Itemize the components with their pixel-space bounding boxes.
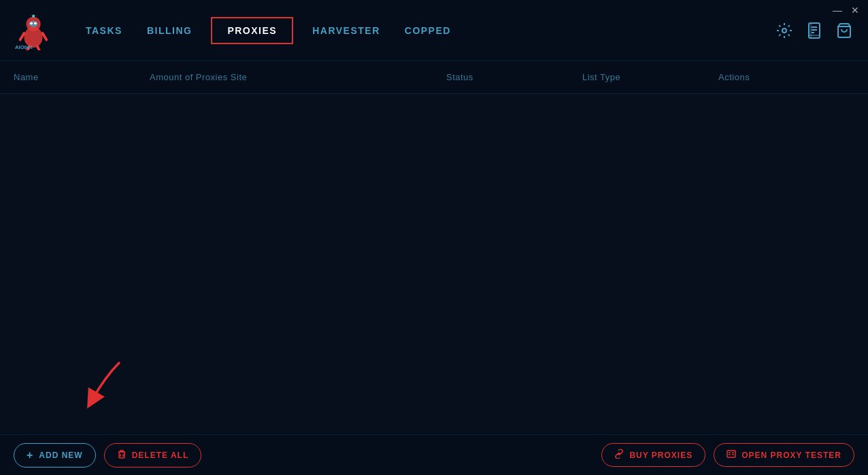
svg-point-2: [29, 20, 38, 27]
nav-billing[interactable]: BILLING: [141, 22, 198, 39]
svg-line-8: [37, 46, 40, 50]
nav-links: TASKS BILLING PROXIES HARVESTER COPPED: [80, 17, 456, 44]
col-name: Name: [14, 72, 150, 82]
logo[interactable]: AIObot: [14, 11, 53, 50]
link-icon: [614, 449, 624, 461]
proxy-tester-icon: [727, 449, 736, 461]
right-buttons: BUY PROXIES OPEN PROXY TESTER: [601, 443, 854, 467]
add-new-label: ADD NEW: [39, 451, 82, 460]
col-amount: Amount of Proxies Site: [150, 72, 446, 82]
table-header: Name Amount of Proxies Site Status List …: [0, 61, 868, 94]
nav-tasks[interactable]: TASKS: [80, 22, 128, 39]
cart-icon[interactable]: [834, 20, 854, 41]
nav-icons: [774, 20, 854, 41]
svg-rect-21: [727, 451, 735, 457]
nav-harvester[interactable]: HARVESTER: [307, 22, 386, 39]
delete-icon: [117, 449, 127, 461]
delete-all-button[interactable]: DELETE ALL: [104, 443, 202, 468]
minimize-button[interactable]: —: [833, 5, 842, 15]
col-status: Status: [446, 72, 582, 82]
svg-text:AIObot: AIObot: [15, 44, 33, 50]
delete-all-label: DELETE ALL: [132, 451, 189, 460]
svg-line-6: [43, 33, 47, 39]
table-body: [0, 94, 868, 433]
open-proxy-tester-label: OPEN PROXY TESTER: [741, 451, 841, 460]
svg-rect-18: [119, 452, 124, 458]
nav-proxies[interactable]: PROXIES: [211, 17, 293, 44]
nav-bar: AIObot TASKS BILLING PROXIES HARVESTER C…: [0, 0, 868, 61]
add-new-button[interactable]: + ADD NEW: [14, 443, 96, 468]
col-actions: Actions: [718, 72, 854, 82]
bottom-bar: + ADD NEW DELETE ALL BUY PROXIES: [0, 434, 868, 475]
close-button[interactable]: ✕: [850, 5, 860, 15]
open-proxy-tester-button[interactable]: OPEN PROXY TESTER: [714, 443, 854, 467]
settings-icon[interactable]: [774, 20, 795, 41]
buy-proxies-button[interactable]: BUY PROXIES: [601, 443, 705, 467]
book-icon[interactable]: [804, 20, 824, 41]
title-bar: — ✕: [824, 0, 868, 20]
svg-point-3: [30, 22, 33, 24]
svg-point-4: [34, 22, 37, 24]
svg-point-11: [782, 29, 786, 33]
col-list-type: List Type: [582, 72, 718, 82]
nav-copped[interactable]: COPPED: [399, 22, 456, 39]
svg-line-5: [20, 33, 24, 39]
add-icon: +: [27, 449, 33, 461]
buy-proxies-label: BUY PROXIES: [629, 451, 692, 460]
